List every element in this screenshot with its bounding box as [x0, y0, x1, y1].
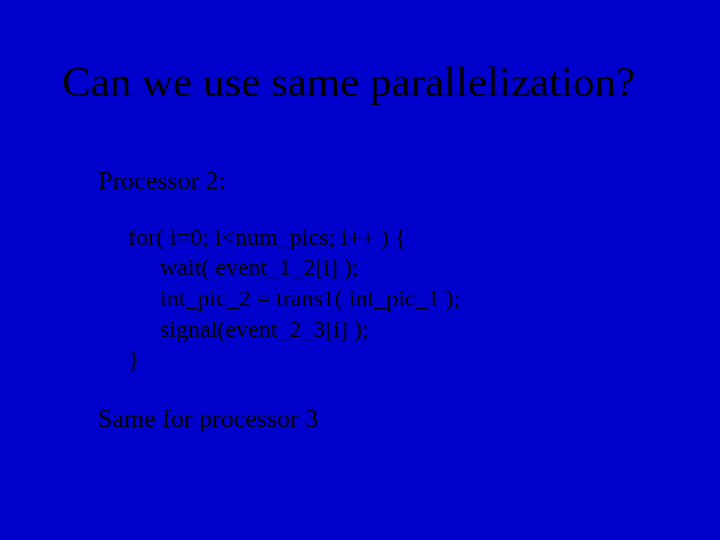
code-line: wait( event_1_2[i] ); [128, 252, 660, 283]
code-line: signal(event_2_3[i] ); [128, 314, 660, 345]
code-line: } [128, 344, 660, 375]
code-block: for( i=0; i<num_pics; i++ ) { wait( even… [128, 222, 660, 376]
slide-body: Processor 2: for( i=0; i<num_pics; i++ )… [98, 165, 660, 436]
slide: Can we use same parallelization? Process… [0, 0, 720, 540]
processor-label: Processor 2: [98, 165, 660, 198]
code-line: int_pic_2 = trans1( int_pic_1 ); [128, 283, 660, 314]
footer-text: Same for processor 3 [98, 403, 660, 436]
slide-title: Can we use same parallelization? [62, 58, 680, 105]
code-line: for( i=0; i<num_pics; i++ ) { [128, 222, 660, 253]
